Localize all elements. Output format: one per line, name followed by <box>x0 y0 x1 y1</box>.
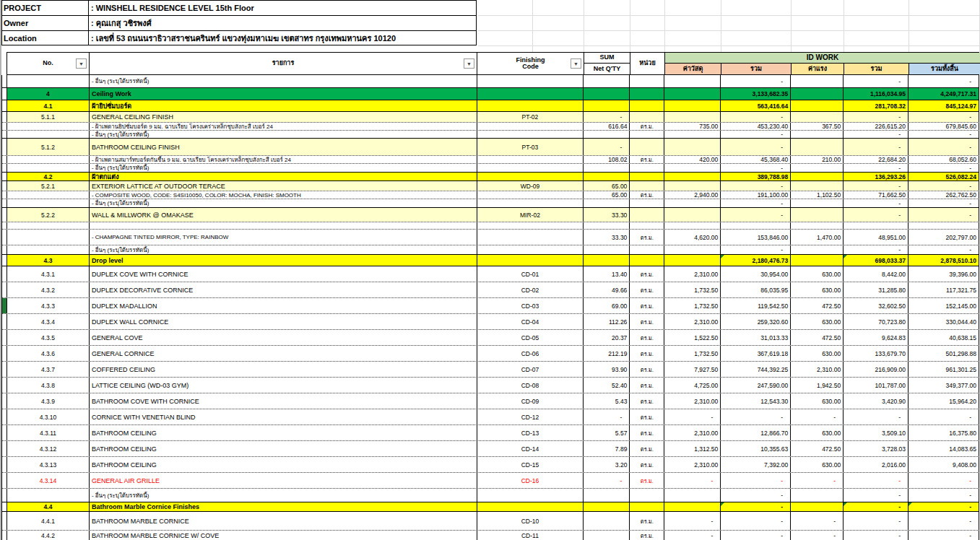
cell-unit[interactable] <box>630 208 664 222</box>
cell-no[interactable]: 5.1.2 <box>7 139 90 155</box>
cell-code[interactable] <box>477 100 584 111</box>
cell-lab[interactable]: 472.50 <box>791 441 844 456</box>
cell-grand[interactable]: 2,878,510.10 <box>909 255 979 266</box>
header-material-total[interactable]: รวม <box>721 64 792 74</box>
cell-unit[interactable]: ตร.ม. <box>630 409 664 424</box>
cell-lab[interactable]: 630.00 <box>791 346 844 361</box>
cell-mat[interactable] <box>664 222 721 229</box>
cell-lab[interactable]: 367.50 <box>791 123 844 130</box>
cell-grand[interactable]: 15,964.20 <box>909 393 979 409</box>
cell-matTotal[interactable]: 247,590.00 <box>721 378 791 393</box>
cell-labTotal[interactable]: 3,509.10 <box>844 425 909 440</box>
cell-code[interactable] <box>477 88 584 100</box>
cell-unit[interactable] <box>630 88 664 100</box>
cell-mat[interactable] <box>664 100 721 111</box>
cell-desc[interactable]: - อื่นๆ (ระบุใต้บรรทัดนี้) <box>90 75 477 87</box>
cell-no[interactable]: 5.2.2 <box>7 208 90 222</box>
cell-grand[interactable]: 152,145.00 <box>909 298 979 313</box>
cell-lab[interactable]: 472.50 <box>791 298 844 313</box>
cell-no[interactable] <box>7 222 90 229</box>
cell-lab[interactable] <box>791 112 844 122</box>
cell-qty[interactable]: 33.30 <box>584 208 630 222</box>
cell-desc[interactable]: ฝ้าตกแต่ง <box>90 173 477 180</box>
cell-unit[interactable] <box>630 199 664 207</box>
cell-labTotal[interactable]: 31,285.80 <box>844 282 909 297</box>
cell-labTotal[interactable]: 70,723.80 <box>844 314 909 329</box>
cell-no[interactable]: 4.3.8 <box>7 378 90 393</box>
cell-grand[interactable]: 117,321.75 <box>909 282 979 297</box>
cell-matTotal[interactable]: 12,866.70 <box>721 425 791 440</box>
cell-code[interactable]: PT-03 <box>477 139 584 155</box>
cell-qty[interactable]: 93.90 <box>584 362 630 377</box>
cell-no[interactable]: 4.4 <box>7 502 90 511</box>
cell-desc[interactable]: - ฝ้าเพดานยิปซั่มบอร์ด 9 มม. ฉาบเรียบ โค… <box>90 123 477 130</box>
cell-unit[interactable]: ตร.ม. <box>630 425 664 440</box>
cell-labTotal[interactable]: - <box>844 489 909 502</box>
cell-mat[interactable] <box>664 199 721 207</box>
cell-desc[interactable]: Ceiling Work <box>90 88 477 100</box>
cell-code[interactable] <box>477 255 584 266</box>
cell-lab[interactable]: 630.00 <box>791 282 844 297</box>
cell-mat[interactable]: - <box>664 473 721 488</box>
cell-qty[interactable]: 108.02 <box>584 156 630 163</box>
cell-lab[interactable] <box>791 181 844 191</box>
cell-labTotal[interactable]: 48,951.00 <box>844 230 909 245</box>
header-no[interactable]: No. ▼ <box>7 53 90 74</box>
header-labor-cost[interactable]: ค่าแรง <box>792 64 844 74</box>
cell-desc[interactable]: CORNICE WITH VENETIAN BLIND <box>90 409 477 424</box>
cell-lab[interactable] <box>791 222 844 229</box>
cell-desc[interactable]: GENERAL CEILING FINISH <box>90 112 477 122</box>
cell-no[interactable]: 4.3.9 <box>7 393 90 409</box>
cell-matTotal[interactable]: 7,392.00 <box>721 457 791 472</box>
cell-grand[interactable]: 262,762.50 <box>909 191 979 199</box>
location-label[interactable]: Location <box>1 30 89 45</box>
cell-no[interactable]: 4.3.7 <box>7 362 90 377</box>
cell-no[interactable] <box>7 489 90 502</box>
cell-lab[interactable]: 1,102.50 <box>791 191 844 199</box>
cell-labTotal[interactable]: 101,787.00 <box>844 378 909 393</box>
cell-lab[interactable] <box>791 164 844 172</box>
cell-desc[interactable]: EXTERIOR LATTICE AT OUTDOOR TERACE <box>90 181 477 191</box>
cell-lab[interactable] <box>791 100 844 111</box>
cell-matTotal[interactable]: - <box>721 489 791 502</box>
location-value[interactable]: : เลขที่ 53 ถนนนราธิวาสราชนครินทร์ แขวงท… <box>89 30 477 45</box>
cell-no[interactable]: 4.4.1 <box>7 512 90 530</box>
cell-mat[interactable]: 735.00 <box>664 123 721 130</box>
cell-labTotal[interactable]: - <box>844 112 909 122</box>
cell-unit[interactable] <box>630 245 664 254</box>
cell-matTotal[interactable]: 119,542.50 <box>721 298 791 313</box>
cell-labTotal[interactable]: - <box>844 531 909 540</box>
cell-no[interactable]: 4.3.4 <box>7 314 90 329</box>
cell-unit[interactable]: ตร.ม. <box>630 393 664 409</box>
cell-mat[interactable] <box>664 255 721 266</box>
cell-lab[interactable] <box>791 139 844 155</box>
cell-mat[interactable] <box>664 173 721 180</box>
cell-desc[interactable]: - ฝ้าเพดานสมาร์ทบอร์ดกันชื้น 9 มม. ฉาบเร… <box>90 156 477 163</box>
cell-qty[interactable]: 3.20 <box>584 457 630 472</box>
cell-grand[interactable]: - <box>909 409 979 424</box>
cell-lab[interactable] <box>791 255 844 266</box>
cell-matTotal[interactable]: - <box>721 164 791 172</box>
cell-no[interactable]: 4.3.6 <box>7 346 90 361</box>
cell-unit[interactable]: ตร.ม. <box>630 346 664 361</box>
cell-matTotal[interactable]: - <box>721 531 791 540</box>
cell-qty[interactable]: - <box>584 473 630 488</box>
cell-qty[interactable]: 20.37 <box>584 330 630 345</box>
cell-qty[interactable]: - <box>584 409 630 424</box>
cell-grand[interactable]: - <box>909 512 979 530</box>
cell-matTotal[interactable]: - <box>721 409 791 424</box>
cell-grand[interactable]: 961,301.25 <box>909 362 979 377</box>
cell-code[interactable]: CD-05 <box>477 330 584 345</box>
cell-matTotal[interactable]: 153,846.00 <box>721 230 791 245</box>
cell-mat[interactable]: 4,725.00 <box>664 378 721 393</box>
cell-labTotal[interactable]: 133,679.70 <box>844 346 909 361</box>
cell-matTotal[interactable]: - <box>721 473 791 488</box>
cell-code[interactable]: WD-09 <box>477 181 584 191</box>
cell-desc[interactable]: - อื่นๆ (ระบุใต้บรรทัดนี้) <box>90 245 477 254</box>
cell-grand[interactable]: 4,249,717.31 <box>909 88 979 100</box>
cell-labTotal[interactable]: 216,909.00 <box>844 362 909 377</box>
project-value[interactable]: : WINSHELL RESIDENCE LEVEL 15th Floor <box>89 0 477 15</box>
cell-code[interactable] <box>477 222 584 229</box>
cell-no[interactable]: 4.1 <box>7 100 90 111</box>
cell-unit[interactable]: ตร.ม. <box>630 531 664 540</box>
